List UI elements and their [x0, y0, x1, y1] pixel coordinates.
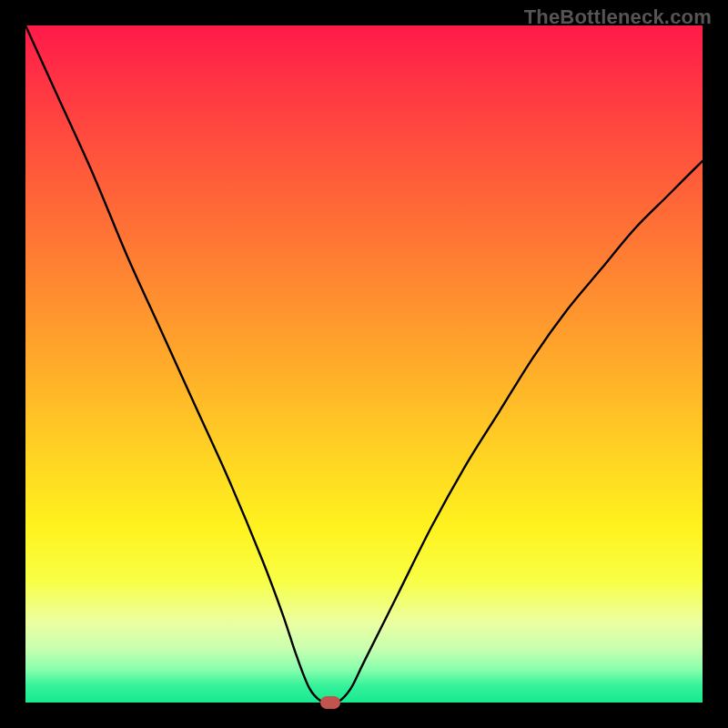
- bottleneck-curve: [25, 25, 703, 703]
- optimal-point-marker: [320, 696, 340, 709]
- chart-frame: TheBottleneck.com: [0, 0, 728, 728]
- plot-area: [25, 25, 703, 703]
